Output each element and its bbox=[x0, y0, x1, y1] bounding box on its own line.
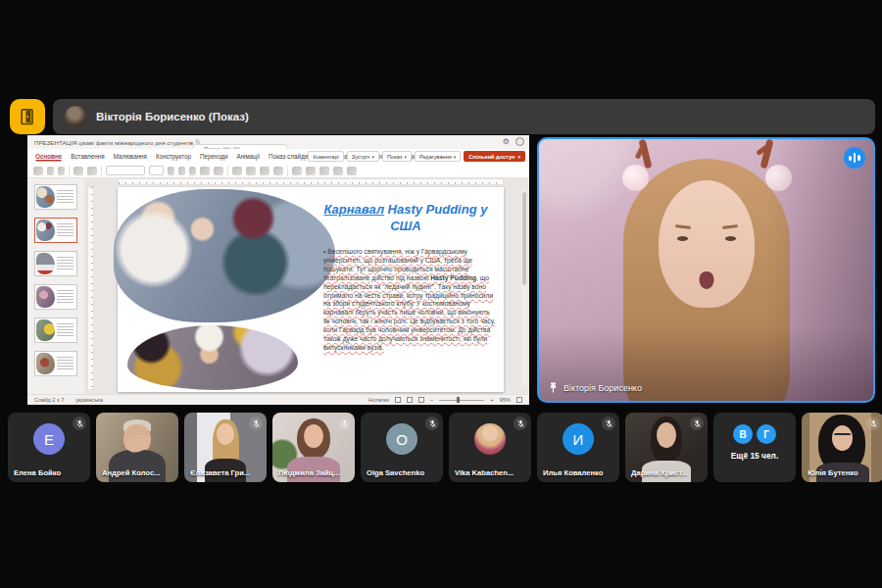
presenter-pill[interactable]: Вікторія Борисенко (Показ) bbox=[53, 99, 875, 134]
slide-sorter-icon[interactable] bbox=[407, 397, 413, 403]
presenter-name: Вікторія Борисенко (Показ) bbox=[96, 111, 249, 122]
door-exit-icon bbox=[18, 107, 37, 126]
zoom-level[interactable]: 95% bbox=[500, 397, 511, 403]
ppt-title-bar: ПРЕЗЕНТАЦІЯ цікаві факти міжнародного дн… bbox=[27, 135, 529, 149]
slide-thumbnail-5[interactable] bbox=[34, 318, 77, 343]
editing-mode-button[interactable]: Редагування▾ bbox=[415, 151, 461, 162]
highlight-icon[interactable] bbox=[200, 167, 210, 175]
slide-canvas[interactable]: Карнавал Hasty Pudding у США • Веселішог… bbox=[118, 187, 504, 392]
mic-muted-icon bbox=[866, 416, 880, 430]
initial-avatar: E bbox=[33, 423, 65, 455]
bold-icon[interactable] bbox=[168, 167, 174, 175]
chevron-down-icon: ▾ bbox=[454, 154, 457, 160]
tab-design[interactable]: Конструктор bbox=[156, 153, 191, 160]
ribbon-tabs: Основне Вставлення Малювання Конструктор… bbox=[27, 149, 529, 164]
leave-meeting-button[interactable] bbox=[10, 99, 45, 134]
font-name-select[interactable] bbox=[106, 166, 145, 175]
mic-muted-icon bbox=[690, 416, 704, 430]
align-icon[interactable] bbox=[260, 167, 270, 175]
tab-draw[interactable]: Малювання bbox=[114, 153, 147, 160]
zoom-slider[interactable] bbox=[439, 400, 484, 401]
slide-thumbnail-4[interactable] bbox=[34, 284, 77, 310]
slide-thumbnail-6[interactable] bbox=[34, 351, 77, 376]
main-video-tile[interactable]: Вікторія Борисенко bbox=[537, 137, 875, 403]
more-options-icon[interactable] bbox=[347, 167, 357, 175]
chevron-down-icon: ▾ bbox=[517, 154, 520, 160]
main-video-name: Вікторія Борисенко bbox=[564, 383, 642, 393]
tab-home[interactable]: Основне bbox=[35, 153, 62, 160]
participant-tile-olga[interactable]: O Olga Savchenko bbox=[361, 413, 443, 482]
fit-slide-icon[interactable] bbox=[516, 397, 522, 403]
participant-tile-more[interactable]: В Г Ещё 15 чел. bbox=[713, 413, 796, 482]
italic-icon[interactable] bbox=[178, 167, 185, 175]
horizontal-ruler bbox=[118, 178, 504, 185]
participant-tile-elena[interactable]: E Елена Бойко bbox=[8, 413, 90, 482]
participant-tile-daryna[interactable]: Дарина Христ... bbox=[625, 413, 708, 482]
participant-tile-vika[interactable]: Vika Kabachen... bbox=[449, 413, 531, 482]
account-avatar[interactable] bbox=[515, 137, 524, 146]
slide-counter: Слайд 2 з 7 bbox=[34, 397, 64, 403]
meeting-button[interactable]: Зустріч▾ bbox=[347, 151, 379, 162]
mic-muted-icon bbox=[425, 416, 439, 430]
notes-toggle[interactable]: Нотатки bbox=[368, 397, 389, 403]
arrange-icon[interactable] bbox=[306, 167, 316, 175]
shared-screen-powerpoint: ПРЕЗЕНТАЦІЯ цікаві факти міжнародного дн… bbox=[27, 135, 529, 405]
copy-icon[interactable] bbox=[87, 167, 97, 175]
scrollbar[interactable] bbox=[521, 188, 527, 386]
slide-photo-costumed-trio[interactable] bbox=[127, 325, 298, 390]
font-size-select[interactable] bbox=[149, 166, 164, 175]
slide-thumbnail-panel bbox=[27, 178, 84, 394]
underline-icon[interactable] bbox=[189, 167, 196, 175]
pin-icon[interactable] bbox=[549, 382, 558, 393]
tab-animations[interactable]: Анімації bbox=[236, 153, 260, 160]
ppt-workspace: Карнавал Hasty Pudding у США • Веселішог… bbox=[27, 178, 529, 394]
tab-slideshow[interactable]: Показ слайдів bbox=[269, 153, 309, 160]
participant-tile-ilya[interactable]: И Илья Коваленко bbox=[537, 413, 619, 482]
present-button[interactable]: Показ▾ bbox=[382, 151, 412, 162]
undo-icon[interactable] bbox=[33, 167, 43, 175]
comments-button[interactable]: Коментарі bbox=[308, 151, 343, 162]
mic-muted-icon bbox=[514, 416, 527, 430]
share-button[interactable]: Спільний доступ▾ bbox=[464, 151, 525, 162]
slide-body-text[interactable]: • Веселішого святкування, ніж у Гарвардс… bbox=[323, 248, 497, 353]
bullets-icon[interactable] bbox=[232, 167, 242, 175]
redo-icon[interactable] bbox=[47, 167, 54, 175]
participant-tile-yuliya[interactable]: Юлія Бутенко bbox=[802, 413, 882, 482]
zoom-in-icon[interactable]: + bbox=[490, 397, 494, 403]
ppt-status-bar: Слайд 2 з 7 українська Нотатки − + 95% bbox=[27, 394, 529, 405]
slide-photo-carnival-crowd[interactable] bbox=[114, 189, 335, 322]
tab-transitions[interactable]: Переходи bbox=[200, 153, 228, 160]
search-icon bbox=[195, 139, 201, 145]
shapes-icon[interactable] bbox=[292, 167, 302, 175]
reading-view-icon[interactable] bbox=[418, 397, 424, 403]
zoom-out-icon[interactable]: − bbox=[430, 397, 434, 403]
language-indicator[interactable]: українська bbox=[75, 397, 103, 403]
mic-muted-icon bbox=[249, 416, 263, 430]
photo-avatar bbox=[474, 423, 506, 455]
participant-tile-yelyzaveta[interactable]: Єлизавета Гри... bbox=[184, 413, 267, 482]
initial-avatar: O bbox=[386, 423, 417, 455]
search-box[interactable] bbox=[192, 137, 288, 147]
font-color-icon[interactable] bbox=[214, 167, 223, 175]
slide-thumbnail-3[interactable] bbox=[34, 251, 77, 276]
cut-icon[interactable] bbox=[58, 167, 65, 175]
paste-icon[interactable] bbox=[74, 167, 83, 175]
participant-tile-lyudmyla[interactable]: Людмила Зайц... bbox=[272, 413, 355, 482]
find-icon[interactable] bbox=[319, 167, 329, 175]
slide-thumbnail-1[interactable] bbox=[34, 184, 77, 210]
chevron-down-icon: ▾ bbox=[404, 154, 407, 160]
participant-tile-andrey[interactable]: Андрей Колос... bbox=[96, 413, 178, 482]
indent-icon[interactable] bbox=[273, 167, 283, 175]
designer-icon[interactable] bbox=[333, 167, 343, 175]
mic-muted-icon bbox=[337, 416, 351, 430]
slide-thumbnail-2-selected[interactable] bbox=[34, 218, 77, 243]
quick-toolbar bbox=[27, 164, 529, 178]
mic-muted-icon bbox=[602, 416, 615, 430]
settings-gear-icon[interactable]: ⚙ bbox=[503, 137, 510, 146]
numbering-icon[interactable] bbox=[246, 167, 256, 175]
normal-view-icon[interactable] bbox=[395, 397, 401, 403]
more-participants-avatars: В Г bbox=[713, 424, 796, 444]
tab-insert[interactable]: Вставлення bbox=[71, 153, 104, 160]
chevron-down-icon: ▾ bbox=[372, 154, 375, 160]
slide-title[interactable]: Карнавал Hasty Pudding у США bbox=[319, 202, 492, 234]
